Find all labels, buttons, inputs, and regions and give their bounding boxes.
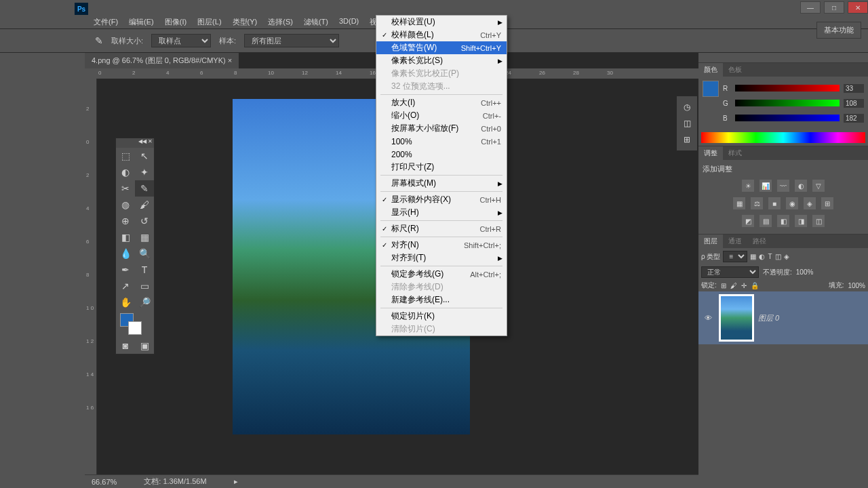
hue-icon[interactable]: ▦ [733,197,745,209]
workspace-switcher[interactable]: 基本功能 [816,22,861,39]
menu-item[interactable]: ✓校样颜色(L)Ctrl+Y [376,28,507,41]
photo-filter-icon[interactable]: ◉ [786,197,798,209]
vertical-ruler[interactable]: 2024681 01 21 41 6 [85,79,97,487]
history-brush-tool[interactable]: ↺ [135,213,154,229]
menu-1[interactable]: 编辑(E) [123,16,159,28]
balance-icon[interactable]: ⚖ [751,197,763,209]
tab-color[interactable]: 颜色 [698,63,723,77]
eyedropper-tool[interactable]: ✎ [135,180,154,197]
brush-tool[interactable]: 🖌 [135,197,154,213]
maximize-button[interactable]: □ [824,1,844,14]
filter-pixel-icon[interactable]: ▦ [750,253,756,260]
menu-3[interactable]: 图层(L) [192,16,226,28]
selective-icon[interactable]: ◫ [812,215,825,227]
r-value[interactable]: 33 [844,84,864,93]
menu-item[interactable]: 色域警告(W)Shift+Ctrl+Y [376,41,507,54]
eraser-tool[interactable]: ◧ [116,229,135,245]
g-value[interactable]: 108 [844,99,864,108]
lookup-icon[interactable]: ⊞ [821,197,833,209]
menu-item[interactable]: 对齐到(T)▶ [376,251,507,264]
tab-layers[interactable]: 图层 [698,235,723,248]
character-icon[interactable]: ⊞ [677,131,697,148]
minimize-button[interactable]: — [800,1,821,14]
dodge-tool[interactable]: 🔍 [135,245,154,262]
lasso-tool[interactable]: ◐ [116,164,135,180]
hand-tool[interactable]: ✋ [116,294,135,310]
menu-item[interactable]: 缩小(O)Ctrl+- [376,109,507,122]
visibility-icon[interactable]: 👁 [701,314,715,322]
vibrance-icon[interactable]: ▽ [812,180,825,192]
fill-value[interactable]: 100% [848,282,865,289]
mixer-icon[interactable]: ◈ [804,197,816,209]
move-tool[interactable]: ↖ [135,148,154,164]
menu-4[interactable]: 类型(Y) [227,16,263,28]
gradient-map-icon[interactable]: ◨ [795,215,807,227]
g-slider[interactable] [735,100,840,106]
posterize-icon[interactable]: ▤ [760,215,772,227]
menu-0[interactable]: 文件(F) [88,16,123,28]
blend-mode-select[interactable]: 正常 [701,266,759,278]
pen-tool[interactable]: ✒ [116,262,135,278]
sample-size-select[interactable]: 取样点 [151,34,211,47]
menu-item[interactable]: 打印尺寸(Z) [376,161,507,174]
menu-item[interactable]: ✓对齐(N)Shift+Ctrl+; [376,239,507,251]
tab-paths[interactable]: 路径 [747,235,772,248]
invert-icon[interactable]: ◩ [742,215,754,227]
lock-all-icon[interactable]: 🔒 [751,282,759,289]
menu-item[interactable]: 200% [376,148,507,161]
b-value[interactable]: 182 [844,114,864,123]
menu-item[interactable]: 按屏幕大小缩放(F)Ctrl+0 [376,122,507,135]
bw-icon[interactable]: ■ [768,197,781,209]
tab-adjustments[interactable]: 调整 [698,146,723,160]
path-tool[interactable]: ↗ [116,278,135,294]
zoom-level[interactable]: 66.67% [92,478,117,486]
r-slider[interactable] [735,85,840,92]
wand-tool[interactable]: ✦ [135,164,154,180]
sample-select[interactable]: 所有图层 [244,34,339,47]
opacity-value[interactable]: 100% [796,268,814,276]
menu-item[interactable]: 屏幕模式(M)▶ [376,177,507,190]
zoom-tool[interactable]: 🔎 [135,294,154,310]
eyedropper-icon[interactable]: ✎ [95,35,103,46]
threshold-icon[interactable]: ◧ [777,215,789,227]
menu-item[interactable]: 100%Ctrl+1 [376,135,507,148]
stamp-tool[interactable]: ⊕ [116,213,135,229]
b-slider[interactable] [735,115,840,121]
menu-item[interactable]: 显示(H)▶ [376,206,507,219]
menu-2[interactable]: 图像(I) [159,16,192,28]
lock-trans-icon[interactable]: ⊞ [721,282,726,289]
blur-tool[interactable]: 💧 [116,245,135,262]
status-arrow-icon[interactable]: ▸ [234,477,238,486]
menu-6[interactable]: 滤镜(T) [298,16,334,28]
quickmask-tool[interactable]: ◙ [116,338,135,354]
layer-item[interactable]: 👁 图层 0 [698,291,868,344]
current-color-swatch[interactable] [703,81,719,97]
color-swatches[interactable] [116,310,154,338]
document-tab[interactable]: 4.png @ 66.7% (图层 0, RGB/8#/CMYK) × [85,53,239,68]
screenmode-tool[interactable]: ▣ [135,338,154,354]
layer-name[interactable]: 图层 0 [758,313,779,323]
doc-info[interactable]: 文档: 1.36M/1.56M [144,476,206,487]
background-color[interactable] [128,321,142,335]
heal-tool[interactable]: ◍ [116,197,135,213]
history-icon[interactable]: ◷ [677,99,697,115]
levels-icon[interactable]: 📊 [760,180,772,192]
exposure-icon[interactable]: ◐ [795,180,807,192]
menu-item[interactable]: 新建参考线(E)... [376,293,507,306]
marquee-tool[interactable]: ⬚ [116,148,135,164]
menu-item[interactable]: ✓标尺(R)Ctrl+R [376,222,507,235]
tab-swatches[interactable]: 色板 [723,63,747,77]
gradient-tool[interactable]: ▦ [135,229,154,245]
crop-tool[interactable]: ✂ [116,180,135,197]
filter-smart-icon[interactable]: ◈ [784,253,789,260]
color-spectrum[interactable] [701,132,865,143]
filter-shape-icon[interactable]: ◫ [775,253,781,260]
type-tool[interactable]: T [135,262,154,278]
layer-filter-select[interactable]: ≡ [723,251,747,262]
menu-item[interactable]: ✓显示额外内容(X)Ctrl+H [376,193,507,206]
menu-item[interactable]: 锁定切片(K) [376,310,507,323]
collapsed-panels[interactable]: ◷ ◫ ⊞ [677,96,697,150]
properties-icon[interactable]: ◫ [677,115,697,131]
menu-item[interactable]: 放大(I)Ctrl++ [376,96,507,109]
menu-item[interactable]: 锁定参考线(G)Alt+Ctrl+; [376,268,507,281]
